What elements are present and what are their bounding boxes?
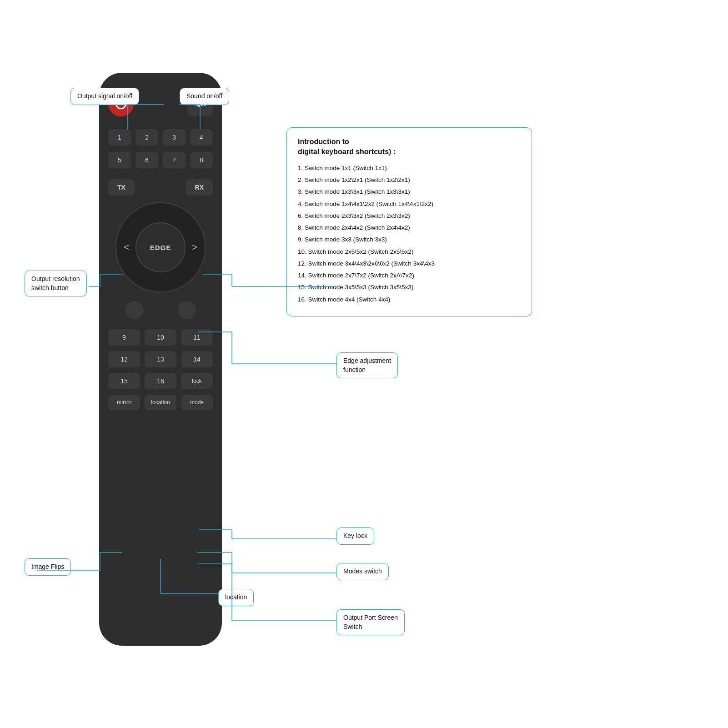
location-callout: location [218,589,254,606]
edge-arrow-right[interactable]: > [191,241,197,253]
num-grid-4: 12 13 14 [108,351,213,367]
num-btn-14[interactable]: 14 [181,351,213,367]
output-port-callout: Output Port ScreenSwitch [336,609,405,635]
num-btn-4[interactable]: 4 [190,129,213,146]
modes-switch-callout: Modes switch [336,563,389,580]
num-btn-2[interactable]: 2 [136,129,158,146]
num-grid-1: 1 2 3 4 [108,129,213,146]
shortcut-2: 2. Switch mode 1x2\2x1 (Switch 1x2\2x1) [298,176,521,185]
num-btn-15[interactable]: 15 [108,373,140,389]
num-btn-5[interactable]: 5 [108,152,131,168]
side-dot-right [178,301,196,319]
edge-label: EDGE [150,244,171,251]
num-btn-11[interactable]: 11 [181,329,213,346]
shortcut-14: 14. Switch mode 2x7\7x2 (Switch 2xΛ\7x2) [298,271,521,280]
location-button[interactable]: location [145,395,176,410]
image-flips-callout: Image Flips [25,558,71,576]
shortcut-1: 1. Switch mode 1x1 (Switch 1x1) [298,164,521,173]
lock-button[interactable]: lock [181,373,213,389]
output-resolution-callout: Output resolutionswitch button [25,271,87,296]
num-btn-8[interactable]: 8 [190,152,213,168]
shortcut-8: 8. Switch mode 2x4\4x2 (Switch 2x4\4x2) [298,223,521,232]
lock-row: 15 16 lock [108,373,213,389]
remote-control: 1 2 3 4 5 6 7 8 TX RX < EDGE > 9 10 11 1… [99,73,222,646]
num-btn-1[interactable]: 1 [108,129,131,146]
output-signal-callout: Output signal on/off [70,88,139,105]
shortcuts-box: Introduction todigital keyboard shortcut… [286,127,532,316]
edge-inner: EDGE [136,222,186,272]
num-grid-3: 9 10 11 [108,329,213,346]
shortcut-4: 4. Switch mode 1x4\4x1\2x2 (Switch 1x4\4… [298,200,521,209]
num-btn-3[interactable]: 3 [163,129,186,146]
shortcut-9: 9. Switch mode 3x3 (Switch 3x3) [298,235,521,244]
num-btn-16[interactable]: 16 [145,373,176,389]
rx-button[interactable]: RX [186,179,213,196]
tx-button[interactable]: TX [108,179,135,196]
edge-adjustment-callout: Edge adjustmentfunction [336,352,398,378]
mode-button[interactable]: mode [181,395,213,410]
sound-callout: Sound on/off [180,88,229,105]
func-row: mirror location mode [108,395,213,410]
num-grid-2: 5 6 7 8 [108,152,213,168]
num-btn-6[interactable]: 6 [136,152,158,168]
edge-arrow-left[interactable]: < [124,241,130,253]
side-dot-left [126,301,144,319]
num-btn-12[interactable]: 12 [108,351,140,367]
shortcuts-title: Introduction todigital keyboard shortcut… [298,137,521,157]
shortcut-10: 10. Switch mode 2x5\5x2 (Switch 2x5\5x2) [298,247,521,256]
shortcut-6: 6. Switch mode 2x3\3x2 (Switch 2x3\3x2) [298,211,521,221]
side-dots-row [108,301,213,319]
num-btn-7[interactable]: 7 [163,152,186,168]
num-btn-9[interactable]: 9 [108,329,140,346]
mirror-button[interactable]: mirror [108,395,140,410]
edge-controller[interactable]: < EDGE > [115,202,206,293]
tx-rx-row: TX RX [108,179,213,196]
num-btn-10[interactable]: 10 [145,329,176,346]
shortcut-16: 16. Switch mode 4x4 (Switch 4x4) [298,295,521,304]
shortcut-3: 3. Switch mode 1x3\3x1 (Switch 1x3\3x1) [298,187,521,196]
shortcut-15: 15. Switch mode 3x5\5x3 (Switch 3x5\5x3) [298,283,521,292]
num-btn-13[interactable]: 13 [145,351,176,367]
shortcut-12: 12. Switch mode 3x4\4x3\2x6\6x2 (Switch … [298,259,521,268]
key-lock-callout: Key lock [336,527,374,545]
